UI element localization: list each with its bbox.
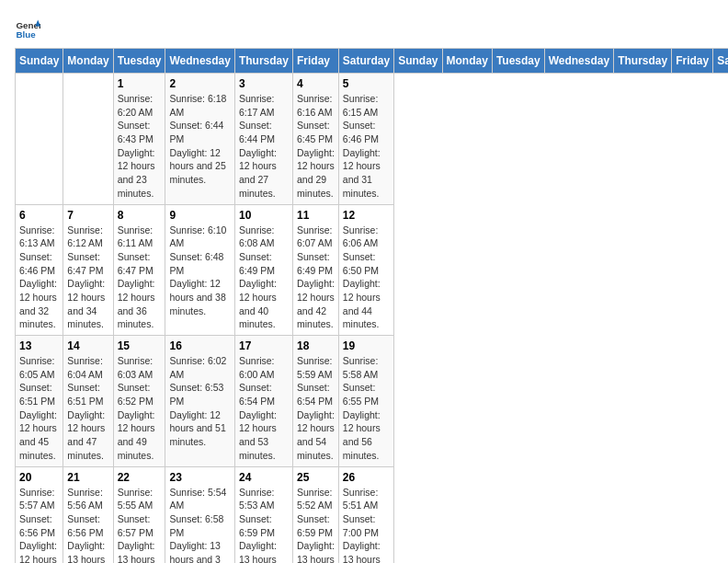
day-info: Sunrise: 5:57 AM Sunset: 6:56 PM Dayligh… (19, 486, 59, 564)
col-header-wednesday: Wednesday (544, 49, 613, 74)
day-info: Sunrise: 6:08 AM Sunset: 6:49 PM Dayligh… (239, 224, 289, 332)
svg-text:Blue: Blue (16, 29, 36, 40)
day-info: Sunrise: 6:02 AM Sunset: 6:53 PM Dayligh… (169, 354, 230, 449)
calendar-cell: 11 Sunrise: 6:07 AM Sunset: 6:49 PM Dayl… (292, 204, 338, 336)
day-info: Sunrise: 5:55 AM Sunset: 6:57 PM Dayligh… (118, 486, 162, 564)
col-header-sunday: Sunday (394, 49, 442, 74)
calendar-cell: 9 Sunrise: 6:10 AM Sunset: 6:48 PM Dayli… (165, 204, 234, 336)
day-info: Sunrise: 6:12 AM Sunset: 6:47 PM Dayligh… (67, 224, 108, 332)
calendar-cell: 7 Sunrise: 6:12 AM Sunset: 6:47 PM Dayli… (63, 204, 113, 336)
day-number: 23 (169, 471, 230, 484)
day-info: Sunrise: 5:56 AM Sunset: 6:56 PM Dayligh… (67, 486, 108, 564)
day-number: 10 (239, 209, 289, 222)
day-number: 17 (239, 339, 289, 352)
header-row: SundayMondayTuesdayWednesdayThursdayFrid… (16, 49, 729, 74)
day-number: 14 (67, 339, 108, 352)
calendar-cell: 2 Sunrise: 6:18 AM Sunset: 6:44 PM Dayli… (165, 74, 234, 205)
day-number: 18 (297, 339, 335, 352)
calendar-cell: 16 Sunrise: 6:02 AM Sunset: 6:53 PM Dayl… (165, 336, 234, 467)
calendar-cell: 22 Sunrise: 5:55 AM Sunset: 6:57 PM Dayl… (113, 466, 165, 563)
calendar-table: SundayMondayTuesdayWednesdayThursdayFrid… (15, 48, 728, 563)
col-header-sunday: Sunday (16, 49, 63, 74)
logo: General Blue (15, 15, 40, 40)
day-number: 4 (297, 77, 335, 90)
day-number: 26 (343, 471, 390, 484)
day-info: Sunrise: 6:11 AM Sunset: 6:47 PM Dayligh… (118, 224, 162, 332)
day-number: 11 (297, 209, 335, 222)
calendar-cell: 25 Sunrise: 5:52 AM Sunset: 6:59 PM Dayl… (292, 466, 338, 563)
calendar-cell: 17 Sunrise: 6:00 AM Sunset: 6:54 PM Dayl… (234, 336, 292, 467)
day-info: Sunrise: 5:54 AM Sunset: 6:58 PM Dayligh… (169, 486, 230, 564)
day-info: Sunrise: 6:15 AM Sunset: 6:46 PM Dayligh… (343, 92, 390, 201)
day-info: Sunrise: 6:07 AM Sunset: 6:49 PM Dayligh… (297, 224, 335, 332)
day-info: Sunrise: 6:00 AM Sunset: 6:54 PM Dayligh… (239, 354, 289, 463)
calendar-cell: 14 Sunrise: 6:04 AM Sunset: 6:51 PM Dayl… (63, 336, 113, 467)
col-header-saturday: Saturday (338, 49, 393, 74)
calendar-cell: 6 Sunrise: 6:13 AM Sunset: 6:46 PM Dayli… (16, 204, 63, 336)
col-header-saturday: Saturday (713, 49, 728, 74)
calendar-cell: 18 Sunrise: 5:59 AM Sunset: 6:54 PM Dayl… (292, 336, 338, 467)
col-header-tuesday: Tuesday (492, 49, 544, 74)
col-header-tuesday: Tuesday (113, 49, 165, 74)
col-header-monday: Monday (442, 49, 492, 74)
day-info: Sunrise: 5:53 AM Sunset: 6:59 PM Dayligh… (239, 486, 289, 564)
day-info: Sunrise: 6:13 AM Sunset: 6:46 PM Dayligh… (19, 224, 59, 332)
day-number: 21 (67, 471, 108, 484)
day-info: Sunrise: 6:03 AM Sunset: 6:52 PM Dayligh… (118, 354, 162, 463)
calendar-cell: 20 Sunrise: 5:57 AM Sunset: 6:56 PM Dayl… (16, 466, 63, 563)
day-number: 5 (343, 77, 390, 90)
day-info: Sunrise: 6:18 AM Sunset: 6:44 PM Dayligh… (169, 92, 230, 187)
day-number: 12 (343, 209, 390, 222)
calendar-cell: 1 Sunrise: 6:20 AM Sunset: 6:43 PM Dayli… (113, 74, 165, 205)
week-row-1: 1 Sunrise: 6:20 AM Sunset: 6:43 PM Dayli… (16, 74, 729, 205)
day-number: 6 (19, 209, 59, 222)
day-info: Sunrise: 6:17 AM Sunset: 6:44 PM Dayligh… (239, 92, 289, 201)
calendar-cell: 24 Sunrise: 5:53 AM Sunset: 6:59 PM Dayl… (234, 466, 292, 563)
day-number: 9 (169, 209, 230, 222)
day-number: 19 (343, 339, 390, 352)
calendar-cell: 15 Sunrise: 6:03 AM Sunset: 6:52 PM Dayl… (113, 336, 165, 467)
calendar-cell: 12 Sunrise: 6:06 AM Sunset: 6:50 PM Dayl… (338, 204, 393, 336)
day-info: Sunrise: 5:58 AM Sunset: 6:55 PM Dayligh… (343, 354, 390, 463)
logo-icon: General Blue (15, 15, 40, 40)
day-info: Sunrise: 6:06 AM Sunset: 6:50 PM Dayligh… (343, 224, 390, 332)
day-info: Sunrise: 5:51 AM Sunset: 7:00 PM Dayligh… (343, 486, 390, 564)
day-number: 24 (239, 471, 289, 484)
calendar-cell: 19 Sunrise: 5:58 AM Sunset: 6:55 PM Dayl… (338, 336, 393, 467)
day-info: Sunrise: 5:52 AM Sunset: 6:59 PM Dayligh… (297, 486, 335, 564)
calendar-cell: 26 Sunrise: 5:51 AM Sunset: 7:00 PM Dayl… (338, 466, 393, 563)
week-row-4: 20 Sunrise: 5:57 AM Sunset: 6:56 PM Dayl… (16, 466, 729, 563)
calendar-cell: 8 Sunrise: 6:11 AM Sunset: 6:47 PM Dayli… (113, 204, 165, 336)
calendar-cell: 10 Sunrise: 6:08 AM Sunset: 6:49 PM Dayl… (234, 204, 292, 336)
day-number: 25 (297, 471, 335, 484)
day-number: 20 (19, 471, 59, 484)
day-number: 16 (169, 339, 230, 352)
day-info: Sunrise: 5:59 AM Sunset: 6:54 PM Dayligh… (297, 354, 335, 463)
calendar-cell (63, 74, 113, 205)
col-header-monday: Monday (63, 49, 113, 74)
calendar-cell (16, 74, 63, 205)
day-number: 7 (67, 209, 108, 222)
col-header-thursday: Thursday (614, 49, 672, 74)
calendar-cell: 21 Sunrise: 5:56 AM Sunset: 6:56 PM Dayl… (63, 466, 113, 563)
col-header-thursday: Thursday (234, 49, 292, 74)
col-header-wednesday: Wednesday (165, 49, 234, 74)
day-info: Sunrise: 6:05 AM Sunset: 6:51 PM Dayligh… (19, 354, 59, 463)
col-header-friday: Friday (672, 49, 713, 74)
calendar-cell: 23 Sunrise: 5:54 AM Sunset: 6:58 PM Dayl… (165, 466, 234, 563)
page-header: General Blue (15, 15, 713, 40)
calendar-cell: 5 Sunrise: 6:15 AM Sunset: 6:46 PM Dayli… (338, 74, 393, 205)
day-info: Sunrise: 6:16 AM Sunset: 6:45 PM Dayligh… (297, 92, 335, 201)
day-info: Sunrise: 6:10 AM Sunset: 6:48 PM Dayligh… (169, 224, 230, 318)
day-number: 3 (239, 77, 289, 90)
calendar-cell: 3 Sunrise: 6:17 AM Sunset: 6:44 PM Dayli… (234, 74, 292, 205)
day-info: Sunrise: 6:04 AM Sunset: 6:51 PM Dayligh… (67, 354, 108, 463)
calendar-cell: 13 Sunrise: 6:05 AM Sunset: 6:51 PM Dayl… (16, 336, 63, 467)
day-number: 1 (118, 77, 162, 90)
week-row-3: 13 Sunrise: 6:05 AM Sunset: 6:51 PM Dayl… (16, 336, 729, 467)
day-info: Sunrise: 6:20 AM Sunset: 6:43 PM Dayligh… (118, 92, 162, 201)
day-number: 2 (169, 77, 230, 90)
day-number: 13 (19, 339, 59, 352)
day-number: 22 (118, 471, 162, 484)
week-row-2: 6 Sunrise: 6:13 AM Sunset: 6:46 PM Dayli… (16, 204, 729, 336)
